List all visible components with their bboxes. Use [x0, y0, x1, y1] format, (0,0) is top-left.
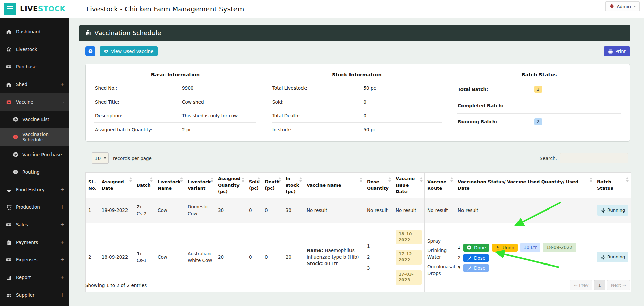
- section-heading: Stock Information: [272, 67, 442, 81]
- eye-icon: [104, 49, 109, 54]
- sidebar-item-vaccine-list[interactable]: Vaccine List: [0, 111, 69, 128]
- sidebar-item-food-history[interactable]: Food History+: [0, 181, 69, 198]
- column-header-vaccination-status[interactable]: Vaccination Status/ Vaccine Used Quantit…: [455, 173, 594, 198]
- column-header-livestock-variant[interactable]: Livestock Variant: [185, 173, 215, 198]
- field-label: In stock:: [272, 127, 364, 132]
- medical-kit-icon: [6, 99, 12, 105]
- print-button[interactable]: Print: [604, 46, 630, 56]
- search-input[interactable]: [560, 153, 628, 163]
- cell-variant: Australian White Cow: [185, 223, 215, 292]
- sort-icon: [388, 177, 391, 182]
- field-value: 50 pc: [364, 85, 376, 91]
- running-batch-badge: 2: [534, 118, 542, 125]
- field-value: 9900: [182, 85, 193, 91]
- main-content: Vaccination Schedule View Used Vaccine P…: [69, 18, 644, 306]
- food-bowl-icon: [6, 187, 12, 193]
- undo-icon: [495, 245, 500, 250]
- column-header-vaccine-name[interactable]: Vaccine Name: [304, 173, 364, 198]
- sidebar-item-supplier[interactable]: Supplier+: [0, 286, 69, 304]
- page-number-button[interactable]: 1: [594, 280, 605, 290]
- field-label: Running Batch:: [458, 119, 534, 124]
- column-header-vaccine-route[interactable]: Vaccine Route: [425, 173, 455, 198]
- cell-route: No result: [425, 198, 455, 223]
- sidebar-item-payments[interactable]: Payments+: [0, 233, 69, 251]
- admin-dropdown[interactable]: Admin: [605, 1, 640, 11]
- cell-sold: 0: [246, 198, 262, 223]
- column-header-assigned-date[interactable]: Assigned Date: [99, 173, 134, 198]
- sort-icon: [129, 177, 132, 182]
- sort-icon: [420, 177, 423, 182]
- expand-icon: +: [60, 292, 64, 298]
- next-page-button[interactable]: Next →: [607, 280, 630, 290]
- column-header-sl-no[interactable]: SL. No.: [86, 173, 99, 198]
- field-label: Shed Title:: [95, 99, 182, 105]
- field-value: This shed is only for cow.: [182, 113, 239, 118]
- sidebar-item-shed[interactable]: Shed+: [0, 76, 69, 93]
- used-quantity-badge: 10 Ltr: [520, 243, 540, 253]
- table-row: 2 18-09-2022 1:Cs-1 Cow Australian White…: [86, 223, 631, 292]
- sidebar-item-vaccine-purchase[interactable]: Vaccine Purchase: [0, 146, 69, 163]
- sort-icon: [180, 177, 183, 182]
- used-date-badge: 18-09-2022: [543, 243, 576, 253]
- sidebar-item-livestock[interactable]: Livestock: [0, 40, 69, 58]
- sidebar-item-sales[interactable]: Sales+: [0, 216, 69, 233]
- sidebar-item-purchase[interactable]: Purchase: [0, 58, 69, 76]
- column-header-livestock-name[interactable]: Livestock Name: [155, 173, 185, 198]
- prev-page-button[interactable]: ← Prev: [570, 280, 592, 290]
- sidebar-item-routing[interactable]: Routing: [0, 163, 69, 181]
- brand-logo: LIVESTOCK: [20, 5, 65, 13]
- sort-icon: [450, 177, 453, 182]
- cell-issue-date: 18-10-202217-12-202217-03-2023: [393, 223, 425, 292]
- brand: LIVESTOCK: [0, 0, 69, 18]
- cell-batch: 1:Cs-1: [134, 223, 155, 292]
- view-used-vaccine-button[interactable]: View Used Vaccine: [100, 46, 158, 56]
- sort-icon: [278, 177, 281, 182]
- records-per-page-label: records per page: [113, 152, 152, 164]
- back-button[interactable]: [85, 46, 95, 56]
- column-header-batch[interactable]: Batch: [134, 173, 155, 198]
- expand-icon: +: [60, 222, 64, 228]
- arrow-circle-icon: [13, 134, 18, 140]
- sidebar-item-report[interactable]: Report+: [0, 269, 69, 286]
- undo-button[interactable]: Undo: [492, 244, 518, 252]
- sidebar-item-production[interactable]: Production+: [0, 198, 69, 216]
- cell-vaccine-name: No result: [304, 198, 364, 223]
- money-icon: [6, 257, 12, 263]
- field-label: Completed Batch:: [458, 103, 534, 108]
- issue-date-badge: 17-03-2023: [396, 270, 422, 285]
- dose-button[interactable]: Dose: [463, 264, 489, 272]
- sidebar-item-vaccine[interactable]: Vaccine-: [0, 93, 69, 111]
- page-size-select[interactable]: 10: [92, 152, 109, 164]
- field-value: Cow shed: [182, 99, 204, 105]
- livestock-icon: [6, 47, 12, 52]
- cell-sold: 0: [246, 223, 262, 292]
- sidebar-item-vaccination-schedule[interactable]: Vaccination Schedule: [0, 128, 69, 146]
- column-header-vaccine-issue-date[interactable]: Vaccine Issue Date: [393, 173, 425, 198]
- sidebar-item-expenses[interactable]: Expenses+: [0, 251, 69, 269]
- pagination: ← Prev 1 Next →: [570, 280, 630, 290]
- sidebar-item-dashboard[interactable]: Dashboard: [0, 23, 69, 40]
- column-header-assigned-quantity[interactable]: Assigned Quantity (pc): [215, 173, 246, 198]
- column-header-dose-quantity[interactable]: Dose Quantity: [364, 173, 393, 198]
- column-header-batch-status[interactable]: Batch Status: [594, 173, 631, 198]
- cart-icon: [6, 204, 12, 210]
- cell-assigned-date: 18-09-2022: [99, 223, 134, 292]
- search-label: Search:: [540, 156, 557, 161]
- table-header-row: SL. No. Assigned Date Batch Livestock Na…: [86, 173, 631, 198]
- column-header-death[interactable]: Death (pc): [262, 173, 283, 198]
- money-icon: [6, 64, 12, 70]
- column-header-sold[interactable]: Sold (pc): [246, 173, 262, 198]
- syringe-icon: [467, 256, 472, 261]
- hamburger-menu-button[interactable]: [4, 3, 16, 15]
- sort-icon: [590, 177, 592, 182]
- batch-status-section: Batch Status Total Batch:2 Completed Bat…: [457, 67, 621, 141]
- dose-button[interactable]: Dose: [463, 254, 489, 262]
- arrow-circle-icon: [13, 117, 18, 122]
- cell-assigned-qty: 20: [215, 223, 246, 292]
- issue-date-badge: 18-10-2022: [396, 230, 422, 245]
- sort-icon: [360, 177, 362, 182]
- section-heading: Batch Status: [457, 67, 621, 81]
- column-header-in-stock[interactable]: In stock (pc): [283, 173, 304, 198]
- done-button[interactable]: Done: [463, 244, 489, 252]
- cell-in-stock: 20: [283, 223, 304, 292]
